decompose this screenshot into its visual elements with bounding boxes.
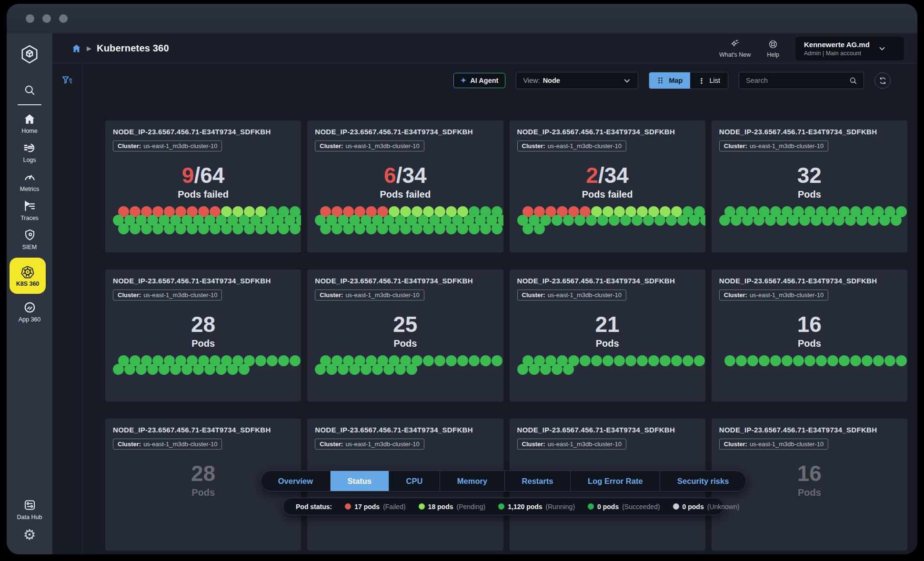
pods-count: 25	[315, 313, 495, 336]
node-card[interactable]: NODE_IP-23.6567.456.71-E34T9734_SDFKBHCl…	[510, 270, 705, 401]
gear-icon[interactable]: ⚙	[23, 528, 36, 542]
cluster-chip: Cluster:us-east-1_m3db-cluster-10	[719, 140, 828, 151]
search-input[interactable]	[745, 76, 849, 85]
pod-dot	[614, 355, 625, 366]
page-header: ▶ Kubernetes 360 What's New	[52, 33, 917, 64]
search-icon[interactable]	[849, 76, 858, 85]
cluster-chip-value: us-east-1_m3db-cluster-10	[750, 142, 824, 150]
node-card[interactable]: NODE_IP-23.6567.456.71-E34T9734_SDFKBHCl…	[712, 270, 907, 401]
sparkle-star-icon	[730, 39, 740, 50]
filter-rail	[52, 64, 82, 554]
lifebuoy-icon	[768, 39, 778, 50]
legend-status: (Running)	[546, 503, 575, 511]
pod-dot	[113, 364, 124, 375]
sidebar-item-datahub[interactable]: Data Hub	[10, 499, 50, 521]
pod-dot	[747, 355, 758, 366]
search-icon[interactable]	[23, 84, 36, 97]
pod-dot	[884, 355, 895, 366]
tab-status[interactable]: Status	[331, 471, 389, 491]
sidebar-item-label: App 360	[19, 316, 41, 323]
pod-dot	[609, 215, 620, 226]
pod-dot	[671, 355, 682, 366]
pod-dot	[637, 355, 648, 366]
sidebar-item-home[interactable]: Home	[10, 113, 50, 134]
node-card[interactable]: NODE_IP-23.6567.456.71-E34T9734_SDFKBHCl…	[105, 120, 301, 252]
home-icon[interactable]	[71, 43, 81, 53]
pod-dot	[603, 355, 613, 366]
window-control-dot[interactable]	[42, 14, 51, 23]
node-card[interactable]: NODE_IP-23.6567.456.71-E34T9734_SDFKBHCl…	[105, 270, 301, 401]
sidebar-item-k8s360[interactable]: K8S 360	[10, 258, 46, 294]
pod-dot	[868, 215, 879, 226]
account-menu[interactable]: Kennewerte AG.md Admin | Main account	[795, 37, 904, 60]
dots-grid-icon	[657, 77, 664, 84]
node-card[interactable]: NODE_IP-23.6567.456.71-E34T9734_SDFKBHCl…	[307, 120, 503, 252]
filter-icon[interactable]	[61, 74, 73, 87]
legend-item: 17 pods(Failed)	[345, 503, 405, 511]
legend-count: 0 pods	[597, 503, 619, 511]
node-card[interactable]: NODE_IP-23.6567.456.71-E34T9734_SDFKBHCl…	[510, 120, 705, 252]
sidebar-item-app360[interactable]: App 360	[10, 301, 50, 323]
breadcrumb: ▶ Kubernetes 360	[71, 43, 169, 54]
pod-dot	[765, 215, 776, 226]
pod-dot	[816, 355, 827, 366]
chevron-down-icon	[623, 77, 631, 85]
pods-label: Pods	[719, 338, 900, 349]
node-card-title: NODE_IP-23.6567.456.71-E34T9734_SDFKBH	[315, 426, 495, 434]
pod-dot	[492, 355, 502, 366]
whats-new-label: What's New	[719, 51, 751, 58]
cluster-chip-label: Cluster:	[724, 142, 747, 150]
pods-label: Pods	[315, 338, 495, 349]
window-control-dot[interactable]	[59, 14, 68, 23]
legend-dot-icon	[419, 503, 425, 510]
tab-overview[interactable]: Overview	[261, 471, 331, 491]
tab-cpu[interactable]: CPU	[389, 471, 440, 491]
cluster-chip: Cluster:us-east-1_m3db-cluster-10	[517, 140, 626, 151]
tab-memory[interactable]: Memory	[440, 471, 505, 491]
node-card[interactable]: NODE_IP-23.6567.456.71-E34T9734_SDFKBHCl…	[307, 270, 503, 401]
pod-dot	[290, 355, 301, 366]
pod-dots-map	[719, 206, 900, 226]
tab-log-error-rate[interactable]: Log Error Rate	[571, 471, 660, 491]
whats-new-button[interactable]: What's New	[719, 39, 751, 58]
pod-dot	[736, 355, 747, 366]
pod-dot	[845, 215, 856, 226]
logz-cube-logo-icon[interactable]	[19, 44, 40, 65]
pod-status-legend: Pod status: 17 pods(Failed)18 pods(Pendi…	[283, 498, 724, 515]
tab-security-risks[interactable]: Security risks	[660, 471, 746, 491]
pod-dot	[850, 355, 861, 366]
help-button[interactable]: Help	[767, 39, 779, 58]
sidebar-item-siem[interactable]: SIEM	[10, 229, 50, 250]
map-toggle-button[interactable]: Map	[649, 72, 690, 89]
sidebar-item-logs[interactable]: Logs	[10, 141, 50, 163]
cluster-chip-label: Cluster:	[118, 142, 141, 150]
pod-dots-map	[517, 355, 698, 375]
node-card[interactable]: NODE_IP-23.6567.456.71-E34T9734_SDFKBHCl…	[712, 120, 907, 252]
pod-dot	[118, 223, 129, 234]
pod-dot	[694, 355, 705, 366]
cluster-chip-label: Cluster:	[320, 142, 343, 150]
help-label: Help	[767, 51, 779, 58]
cluster-chip: Cluster:us-east-1_m3db-cluster-10	[113, 140, 222, 151]
tab-restarts[interactable]: Restarts	[505, 471, 571, 491]
pod-dot	[540, 364, 551, 375]
list-toggle-button[interactable]: ⋮ List	[690, 72, 728, 89]
node-card-title: NODE_IP-23.6567.456.71-E34T9734_SDFKBH	[517, 426, 698, 434]
pod-dots-map	[719, 355, 900, 366]
ai-agent-button[interactable]: ✦ AI Agent	[453, 73, 506, 88]
sidebar-item-traces[interactable]: Traces	[10, 200, 50, 221]
pods-failed-count: 9	[182, 163, 194, 188]
refresh-button[interactable]	[874, 72, 891, 89]
window-control-dot[interactable]	[26, 14, 34, 23]
pod-dot	[862, 355, 873, 366]
pod-dot	[383, 364, 394, 375]
sidebar-item-metrics[interactable]: Metrics	[10, 170, 50, 192]
sidebar-item-label: Data Hub	[17, 514, 42, 521]
ai-sparkle-icon: ✦	[461, 76, 467, 85]
pod-dot	[879, 215, 890, 226]
cluster-chip: Cluster:us-east-1_m3db-cluster-10	[315, 140, 424, 151]
view-select[interactable]: View: Node	[516, 72, 638, 89]
cluster-chip: Cluster:us-east-1_m3db-cluster-10	[113, 439, 222, 450]
chevron-down-icon	[878, 45, 886, 52]
pods-count: 6/34	[315, 164, 495, 187]
